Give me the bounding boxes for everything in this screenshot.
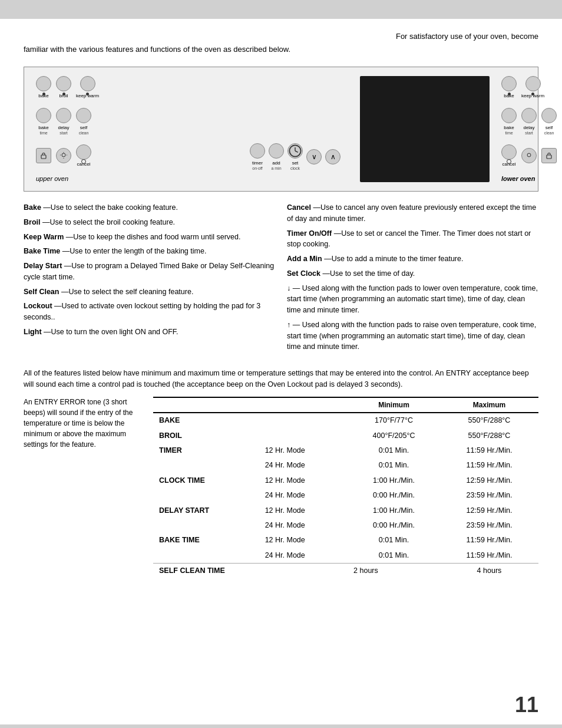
feature-name-cell: TIMER <box>153 443 259 458</box>
features-section: Bake —Use to select the bake cooking fea… <box>24 202 538 356</box>
feature-name-cell: CLOCK TIME <box>153 473 259 488</box>
timer-circle[interactable] <box>250 143 265 159</box>
table-header-row: Minimum Maximum <box>153 397 538 413</box>
broil-circle[interactable] <box>56 76 71 91</box>
mode-cell: 12 Hr. Mode <box>259 443 348 458</box>
baketime-lower-circle[interactable] <box>501 108 517 123</box>
svg-rect-0 <box>41 155 46 159</box>
clock-circle[interactable] <box>287 143 303 159</box>
bake-btn-upper[interactable]: bake <box>36 76 51 98</box>
max-cell: 23:59 Hr./Min. <box>440 518 538 533</box>
keepwarm-circle[interactable] <box>80 76 95 91</box>
bake-btn-lower[interactable]: bake <box>501 76 517 98</box>
light-lower-circle[interactable] <box>521 148 537 163</box>
selfclean-lower-circle[interactable] <box>541 108 557 123</box>
lockout-lower-circle[interactable] <box>541 148 557 163</box>
delaystart-btn-lower[interactable]: delay start <box>521 108 537 135</box>
feature-set-clock: Set Clock —Use to set the time of day. <box>287 268 538 279</box>
baketime-btn-lower[interactable]: bake time <box>501 108 517 135</box>
feature-name-cell <box>153 488 259 503</box>
up-arrow-circle[interactable]: ∧ <box>325 149 340 164</box>
col-mode <box>259 397 348 413</box>
oven-display-screen <box>360 76 490 182</box>
feature-name-cell: DELAY START <box>153 503 259 518</box>
col-minimum: Minimum <box>348 397 440 413</box>
feature-timer-onoff: Timer On/Off —Use to set or cancel the T… <box>287 228 538 251</box>
mode-cell: 24 Hr. Mode <box>259 458 348 473</box>
entry-error-text: An ENTRY ERROR tone (3 short beeps) will… <box>24 397 141 450</box>
feature-add-min: Add a Min —Use to add a minute to the ti… <box>287 253 538 265</box>
down-arrow-circle[interactable]: ∨ <box>306 149 322 164</box>
keepwarm-lower-circle[interactable] <box>525 76 541 91</box>
max-cell: 4 hours <box>440 564 538 579</box>
min-cell: 1:00 Hr./Min. <box>348 473 440 488</box>
light-btn-lower[interactable] <box>521 148 537 163</box>
bottom-bar <box>0 724 562 728</box>
center-buttons-section: timer on·off add a min <box>236 76 354 182</box>
upper-row2: bake time delay start self clean <box>36 108 236 135</box>
light-btn-upper[interactable] <box>56 148 71 163</box>
feature-lockout: Lockout —Used to activate oven lockout s… <box>24 301 275 323</box>
svg-line-8 <box>295 151 298 152</box>
mode-cell: 12 Hr. Mode <box>259 503 348 518</box>
add-a-min-btn[interactable]: add a min <box>269 143 284 170</box>
feature-keepwarm: Keep Warm —Use to keep the dishes and fo… <box>24 232 275 243</box>
timer-onoff-btn[interactable]: timer on·off <box>250 143 265 170</box>
cancel-btn-lower[interactable]: cancel <box>501 144 517 167</box>
max-cell: 23:59 Hr./Min. <box>440 488 538 503</box>
oven-diagram: bake broil keep warm bake <box>24 67 538 192</box>
top-bar <box>0 0 562 19</box>
delaystart-lower-circle[interactable] <box>521 108 537 123</box>
upper-oven-section: bake broil keep warm bake <box>36 76 236 182</box>
min-cell: 0:01 Min. <box>348 458 440 473</box>
feature-bake: Bake —Use to select the bake cooking fea… <box>24 202 275 213</box>
settings-table: Minimum Maximum BAKE 170°F/77°C 550°F/28… <box>153 397 538 579</box>
cancel-btn-upper[interactable]: cancel <box>76 144 91 167</box>
baketime-btn-upper[interactable]: bake time <box>36 108 51 135</box>
table-row: DELAY START 12 Hr. Mode 1:00 Hr./Min. 12… <box>153 503 538 518</box>
min-cell: 0:01 Min. <box>348 443 440 458</box>
upper-row3: cancel <box>36 144 236 167</box>
mode-cell <box>259 429 348 443</box>
set-clock-btn[interactable]: set clock <box>287 143 303 170</box>
keepwarm-btn-lower[interactable]: keep warm <box>521 76 544 98</box>
center-buttons-row: timer on·off add a min <box>250 143 340 170</box>
feature-name-cell <box>153 518 259 533</box>
selfclean-btn-lower[interactable]: self clean <box>541 108 557 135</box>
upper-row1: bake broil keep warm <box>36 76 236 98</box>
lower-row2: bake time delay start self clean <box>501 108 562 135</box>
lockout-btn-upper[interactable] <box>36 148 51 163</box>
selfclean-circle[interactable] <box>76 108 91 123</box>
min-cell: 1:00 Hr./Min. <box>348 503 440 518</box>
lower-oven-section: bake keep warm bake time <box>501 76 562 182</box>
lockout-circle[interactable] <box>36 148 51 163</box>
mode-cell <box>259 413 348 428</box>
broil-btn-upper[interactable]: broil <box>56 76 71 98</box>
cancel-circle[interactable] <box>76 144 91 160</box>
light-circle[interactable] <box>56 148 71 163</box>
content-area: For satisfactory use of your oven, becom… <box>0 19 562 590</box>
table-row: TIMER 12 Hr. Mode 0:01 Min. 11:59 Hr./Mi… <box>153 443 538 458</box>
mode-cell: 24 Hr. Mode <box>259 488 348 503</box>
cancel-lower-circle[interactable] <box>501 144 517 160</box>
delaystart-btn-upper[interactable]: delay start <box>56 108 71 135</box>
feature-selfclean: Self Clean —Use to select the self clean… <box>24 286 275 298</box>
down-arrow-btn[interactable]: ∨ <box>306 149 322 164</box>
feature-name-cell: BROIL <box>153 429 259 443</box>
lockout-btn-lower[interactable] <box>541 148 557 163</box>
up-arrow-btn[interactable]: ∧ <box>325 149 340 164</box>
bake-circle[interactable] <box>36 76 51 91</box>
page-number: 11 <box>515 693 538 717</box>
min-cell: 0:00 Hr./Min. <box>348 518 440 533</box>
max-cell: 12:59 Hr./Min. <box>440 473 538 488</box>
bake-lower-circle[interactable] <box>501 76 517 91</box>
baketime-circle[interactable] <box>36 108 51 123</box>
selfclean-btn-upper[interactable]: self clean <box>76 108 91 135</box>
keepwarm-btn-upper[interactable]: keep warm <box>76 76 99 98</box>
table-row: CLOCK TIME 12 Hr. Mode 1:00 Hr./Min. 12:… <box>153 473 538 488</box>
addmin-circle[interactable] <box>269 143 284 159</box>
bottom-intro-para: All of the features listed below have mi… <box>24 368 538 391</box>
table-row: 24 Hr. Mode 0:01 Min. 11:59 Hr./Min. <box>153 458 538 473</box>
delaystart-circle[interactable] <box>56 108 71 123</box>
feature-name-cell: BAKE TIME <box>153 533 259 548</box>
